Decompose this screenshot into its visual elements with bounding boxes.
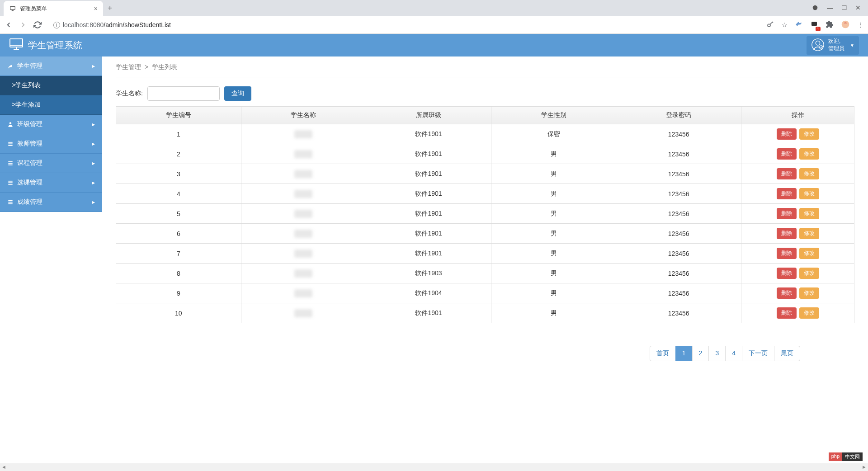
- breadcrumb-parent[interactable]: 学生管理: [116, 63, 141, 71]
- bird-ext-icon[interactable]: [795, 20, 803, 30]
- cell-actions: 删除修改: [741, 124, 854, 144]
- tab-close-icon[interactable]: ×: [94, 5, 98, 12]
- svg-rect-7: [811, 22, 817, 26]
- sidebar-item-5[interactable]: 成绩管理▸: [0, 193, 102, 212]
- maximize-icon[interactable]: ☐: [841, 4, 847, 13]
- new-tab-button[interactable]: +: [108, 4, 113, 13]
- sidebar-icon: [7, 160, 14, 166]
- sidebar-label: 课程管理: [17, 159, 42, 167]
- svg-rect-9: [10, 39, 23, 47]
- table-row: 4软件1901男123456删除修改: [116, 184, 854, 204]
- tab-favicon-icon: [9, 5, 16, 12]
- edit-button[interactable]: 修改: [799, 128, 819, 140]
- cell-password: 123456: [616, 144, 741, 164]
- cell-password: 123456: [616, 224, 741, 244]
- delete-button[interactable]: 删除: [777, 148, 797, 160]
- svg-rect-18: [8, 143, 12, 144]
- cell-gender: 男: [491, 264, 616, 283]
- student-name-input[interactable]: [147, 86, 220, 101]
- table-header: 操作: [741, 107, 854, 124]
- menu-icon[interactable]: ⋮: [857, 21, 863, 28]
- svg-line-6: [773, 22, 774, 23]
- cell-class: 软件1901: [366, 303, 491, 323]
- chevron-right-icon: ▸: [92, 63, 95, 69]
- browser-tab[interactable]: 管理员菜单 ×: [4, 1, 103, 16]
- cell-name: [241, 124, 366, 144]
- search-button[interactable]: 查询: [224, 86, 251, 101]
- page-1[interactable]: 1: [675, 346, 693, 361]
- page-last[interactable]: 尾页: [774, 346, 800, 361]
- search-row: 学生名称: 查询: [116, 86, 854, 101]
- sidebar-item-4[interactable]: 选课管理▸: [0, 173, 102, 193]
- cell-class: 软件1901: [366, 164, 491, 184]
- page-4[interactable]: 4: [725, 346, 742, 361]
- cell-name: [241, 144, 366, 164]
- monitor-icon: [9, 37, 24, 54]
- delete-button[interactable]: 删除: [777, 287, 797, 299]
- cell-gender: 保密: [491, 124, 616, 144]
- svg-point-4: [768, 24, 770, 27]
- edit-button[interactable]: 修改: [799, 148, 819, 160]
- sidebar-item-1[interactable]: 班级管理▸: [0, 115, 102, 134]
- cell-name: [241, 184, 366, 204]
- edit-button[interactable]: 修改: [799, 228, 819, 239]
- cell-gender: 男: [491, 144, 616, 164]
- cell-actions: 删除修改: [741, 264, 854, 283]
- star-icon[interactable]: ☆: [782, 21, 788, 28]
- sidebar-sub-0-0[interactable]: >学生列表: [0, 76, 102, 95]
- close-window-icon[interactable]: ✕: [855, 4, 861, 13]
- user-menu[interactable]: 欢迎, 管理员 ▼: [807, 36, 859, 55]
- edit-button[interactable]: 修改: [799, 208, 819, 219]
- profile-icon[interactable]: [841, 20, 850, 30]
- page-first[interactable]: 首页: [650, 346, 676, 361]
- edit-button[interactable]: 修改: [799, 168, 819, 179]
- delete-button[interactable]: 删除: [777, 188, 797, 199]
- svg-point-14: [816, 41, 820, 45]
- sidebar-item-3[interactable]: 课程管理▸: [0, 154, 102, 173]
- delete-button[interactable]: 删除: [777, 168, 797, 179]
- main-layout: 学生管理▸>学生列表>学生添加班级管理▸教师管理▸课程管理▸选课管理▸成绩管理▸…: [0, 57, 868, 368]
- sidebar-item-0[interactable]: 学生管理▸: [0, 57, 102, 76]
- minimize-icon[interactable]: —: [827, 4, 833, 13]
- back-button[interactable]: [5, 21, 13, 29]
- incognito-icon[interactable]: [811, 4, 819, 13]
- table-header: 所属班级: [366, 107, 491, 124]
- window-controls: — ☐ ✕: [811, 4, 868, 13]
- delete-button[interactable]: 删除: [777, 248, 797, 259]
- sidebar-item-2[interactable]: 教师管理▸: [0, 134, 102, 154]
- edit-button[interactable]: 修改: [799, 268, 819, 279]
- site-info-icon[interactable]: i: [53, 22, 60, 28]
- chevron-right-icon: ▸: [92, 160, 95, 166]
- delete-button[interactable]: 删除: [777, 208, 797, 219]
- page-next[interactable]: 下一页: [742, 346, 774, 361]
- breadcrumb: 学生管理 > 学生列表: [116, 63, 800, 77]
- key-icon[interactable]: [766, 20, 774, 30]
- edit-button[interactable]: 修改: [799, 248, 819, 259]
- sidebar-sub-0-1[interactable]: >学生添加: [0, 95, 102, 115]
- forward-button[interactable]: [19, 21, 27, 29]
- edit-button[interactable]: 修改: [799, 287, 819, 299]
- app-title: 学生管理系统: [28, 39, 82, 52]
- toolbar-icons: ☆ 1 ⋮: [766, 20, 863, 30]
- url-bar[interactable]: i localhost:8080/admin/showStudentList: [48, 18, 760, 32]
- page-3[interactable]: 3: [708, 346, 726, 361]
- cell-class: 软件1903: [366, 264, 491, 283]
- svg-rect-27: [8, 202, 12, 203]
- reload-button[interactable]: [33, 21, 42, 29]
- delete-button[interactable]: 删除: [777, 228, 797, 239]
- svg-rect-20: [8, 161, 12, 162]
- cell-name: [241, 283, 366, 303]
- table-header: 学生名称: [241, 107, 366, 124]
- tab-title: 管理员菜单: [20, 5, 90, 13]
- student-table: 学生编号学生名称所属班级学生性别登录密码操作 1软件1901保密123456删除…: [116, 106, 854, 323]
- page-2[interactable]: 2: [692, 346, 709, 361]
- edit-button[interactable]: 修改: [799, 307, 819, 319]
- notification-ext-icon[interactable]: 1: [810, 20, 818, 30]
- delete-button[interactable]: 删除: [777, 307, 797, 319]
- extensions-icon[interactable]: [826, 20, 834, 30]
- sidebar-label: 教师管理: [17, 140, 42, 148]
- delete-button[interactable]: 删除: [777, 268, 797, 279]
- cell-id: 9: [116, 283, 241, 303]
- delete-button[interactable]: 删除: [777, 128, 797, 140]
- edit-button[interactable]: 修改: [799, 188, 819, 199]
